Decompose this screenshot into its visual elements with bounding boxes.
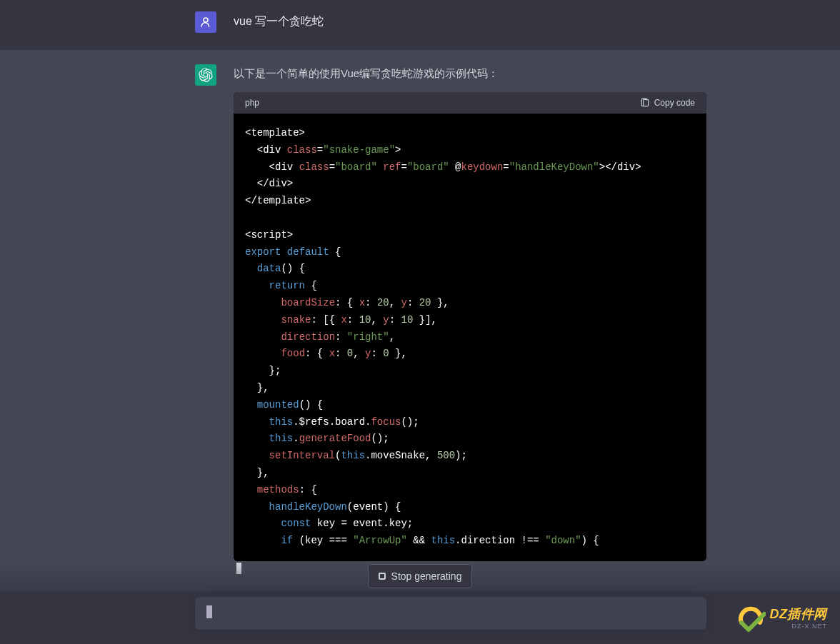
code-line: setInterval(this.moveSnake, 500); [245,448,695,465]
code-line: return { [245,278,695,295]
code-line: }, [245,380,695,397]
clipboard-icon [640,98,650,108]
code-line: <template> [245,125,695,142]
message-input[interactable] [195,597,706,630]
code-line: <div class="snake-game"> [245,142,695,159]
user-message-content: vue 写一个贪吃蛇 [234,11,706,33]
svg-point-0 [204,18,208,22]
watermark-sub-text: DZ-X.NET [770,623,828,630]
code-line: const key = event.key; [245,515,695,533]
svg-rect-1 [643,99,648,106]
stop-generating-button[interactable]: Stop generating [368,564,473,588]
code-line: <script> [245,227,695,244]
person-icon [199,16,212,29]
code-line: this.$refs.board.focus(); [245,414,695,431]
code-line: snake: [{ x: 10, y: 10 }], [245,312,695,329]
code-line: methods: { [245,482,695,499]
code-line: data() { [245,261,695,278]
code-line: if (key === "ArrowUp" && this.direction … [245,533,695,550]
copy-code-button[interactable]: Copy code [640,98,695,108]
watermark-logo-icon [736,603,766,633]
code-line: boardSize: { x: 20, y: 20 }, [245,295,695,312]
code-line: food: { x: 0, y: 0 }, [245,346,695,363]
code-line: mounted() { [245,397,695,414]
code-header: php Copy code [234,92,706,114]
code-line: <div class="board" ref="board" @keydown=… [245,159,695,176]
assistant-intro-text: 以下是一个简单的使用Vue编写贪吃蛇游戏的示例代码： [234,67,706,81]
code-line: }; [245,363,695,380]
stop-icon [379,573,386,580]
code-language-label: php [245,98,259,108]
assistant-avatar [195,64,216,86]
code-line: handleKeyDown(event) { [245,499,695,516]
assistant-message-content: 以下是一个简单的使用Vue编写贪吃蛇游戏的示例代码： php Copy code… [234,64,706,574]
copy-code-label: Copy code [654,98,695,108]
stop-button-label: Stop generating [391,570,462,582]
watermark-main-text: DZ插件网 [770,605,828,623]
code-content[interactable]: <template> <div class="snake-game"> <div… [234,114,706,561]
code-line: export default { [245,244,695,261]
user-avatar [195,11,216,33]
bottom-controls: Stop generating [0,564,840,644]
code-line: </template> [245,193,695,210]
code-line: this.generateFood(); [245,431,695,448]
code-line [245,210,695,227]
code-line: }, [245,465,695,482]
user-message-text: vue 写一个贪吃蛇 [234,14,706,29]
code-line: </div> [245,176,695,193]
assistant-message-row: 以下是一个简单的使用Vue编写贪吃蛇游戏的示例代码： php Copy code… [0,50,840,591]
openai-icon [199,68,213,82]
code-block: php Copy code <template> <div class="sna… [234,92,706,561]
user-message-row: vue 写一个贪吃蛇 [0,0,840,50]
code-line: direction: "right", [245,329,695,346]
watermark: DZ插件网 DZ-X.NET [736,603,828,633]
input-cursor [206,605,212,618]
